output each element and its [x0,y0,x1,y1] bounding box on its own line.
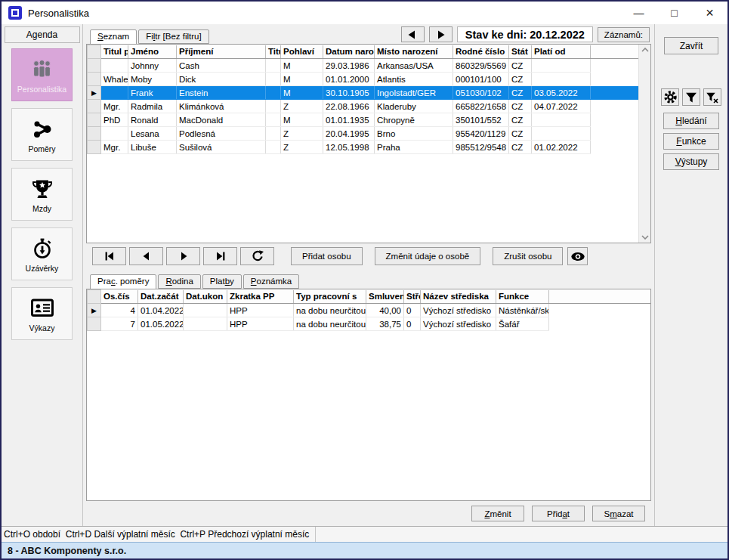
outputs-button[interactable]: Výstupy [663,153,719,170]
grid-cell[interactable] [266,113,281,127]
grid-cell[interactable]: 7 [101,317,138,331]
grid-cell[interactable]: Brno [375,127,453,141]
grid-cell[interactable]: 40,00 [366,304,404,317]
grid-cell[interactable]: CZ [509,86,532,100]
close-agenda-button[interactable]: Zavřít [664,37,718,54]
sidebar-item-uzaverky[interactable]: Uzávěrky [11,227,73,280]
grid-cell[interactable]: M [281,73,323,86]
grid-cell[interactable]: 01.05.2022 [138,317,184,331]
grid-cell[interactable]: Z [281,127,323,141]
grid-cell[interactable]: Dick [177,73,266,86]
change-contract-button[interactable]: Změnit [471,506,524,521]
grid-cell[interactable]: Cash [177,59,266,73]
row-selector[interactable] [88,59,101,73]
column-header[interactable]: Jméno [128,45,177,59]
grid-cell[interactable]: 0 [404,317,421,331]
table-row[interactable]: ▶401.04.2022HPPna dobu neurčitou40,000Vý… [88,304,651,317]
grid-cell[interactable]: 000101/100 [453,73,509,86]
grid-cell[interactable]: Whale [101,73,128,86]
search-button[interactable]: Hledání [663,113,719,129]
grid-cell[interactable] [266,73,281,86]
sidebar-item-vykazy[interactable]: Výkazy [11,287,73,340]
grid-cell[interactable]: Podlesná [177,127,266,141]
column-header[interactable]: Rodné číslo [453,45,509,59]
select-all-corner[interactable] [88,290,101,304]
grid-cell[interactable]: 01.04.2022 [138,304,184,317]
column-header[interactable]: Dat.ukon [184,290,227,304]
sidebar-item-mzdy[interactable]: Mzdy [11,168,73,221]
grid-cell[interactable]: 350101/552 [453,113,509,127]
grid-cell[interactable]: 4 [101,304,138,317]
table-row[interactable]: LesanaPodlesnáZ20.04.1995Brno955420/1129… [88,127,651,141]
tab-prac-pomery[interactable]: Prac. poměry [90,274,156,289]
grid-cell[interactable]: M [281,59,323,73]
column-header[interactable]: Smluven [366,290,404,304]
grid-cell[interactable]: Sušilová [177,141,266,154]
grid-cell[interactable]: 01.01.1935 [323,113,375,127]
grid-cell[interactable]: MacDonald [177,113,266,127]
sidebar-item-pomery[interactable]: Poměry [11,108,73,161]
grid-cell[interactable]: Výchozí středisko [421,317,496,331]
column-header[interactable]: Příjmení [177,45,266,59]
grid-cell[interactable]: Johnny [128,59,177,73]
close-icon[interactable]: × [692,2,727,24]
table-row[interactable]: ▶FrankEnsteinM30.10.1905Ingolstadt/GER05… [88,86,651,100]
table-row[interactable]: 701.05.2022HPPna dobu neurčitou38,750Výc… [88,317,651,331]
row-selector[interactable]: ▶ [88,86,101,100]
grid-cell[interactable]: Moby [128,73,177,86]
grid-cell[interactable]: Atlantis [375,73,453,86]
column-header[interactable]: Místo narození [375,45,453,59]
column-header[interactable]: Zkratka PP [227,290,294,304]
grid-cell[interactable] [266,100,281,113]
grid-cell[interactable] [101,127,128,141]
grid-cell[interactable]: 051030/102 [453,86,509,100]
column-header[interactable]: Pohlaví [281,45,323,59]
grid-cell[interactable]: Enstein [177,86,266,100]
column-header[interactable]: Název střediska [421,290,496,304]
grid-cell[interactable] [266,141,281,154]
grid-cell[interactable]: 01.01.2000 [323,73,375,86]
grid-cell[interactable]: 0 [404,304,421,317]
table-row[interactable]: PhDRonaldMacDonaldM01.01.1935Chropyně350… [88,113,651,127]
grid-cell[interactable]: Klimánková [177,100,266,113]
grid-cell[interactable]: Mgr. [101,141,128,154]
previous-record-button[interactable] [129,247,163,265]
grid-cell[interactable]: 860329/5569 [453,59,509,73]
grid-cell[interactable]: 04.07.2022 [532,100,591,113]
column-header[interactable]: Titu [266,45,281,59]
row-selector[interactable] [88,73,101,86]
column-header[interactable]: Dat.začát [138,290,184,304]
column-header[interactable]: Titul př [101,45,128,59]
grid-cell[interactable]: 38,75 [366,317,404,331]
tab-rodina[interactable]: Rodina [158,274,200,289]
grid-cell[interactable]: HPP [227,317,294,331]
first-record-button[interactable] [92,247,126,265]
minimize-icon[interactable]: — [621,2,656,24]
row-selector[interactable]: ▶ [88,304,101,317]
grid-cell[interactable]: Výchozí středisko [421,304,496,317]
row-selector[interactable] [88,113,101,127]
grid-cell[interactable]: 665822/1658 [453,100,509,113]
add-person-button[interactable]: Přidat osobu [291,247,363,265]
grid-cell[interactable] [184,304,227,317]
filter-button[interactable] [682,88,700,106]
grid-cell[interactable]: 955420/1129 [453,127,509,141]
grid-cell[interactable] [532,127,591,141]
view-person-button[interactable] [567,247,588,265]
delete-person-button[interactable]: Zrušit osobu [493,247,563,265]
clear-filter-button[interactable] [703,88,721,106]
column-header[interactable]: Typ pracovní s [294,290,366,304]
grid-cell[interactable] [266,127,281,141]
edit-person-button[interactable]: Změnit údaje o osobě [375,247,481,265]
grid-cell[interactable]: 985512/9548 [453,141,509,154]
grid-cell[interactable]: Libuše [128,141,177,154]
settings-button[interactable] [661,88,679,106]
row-selector[interactable] [88,127,101,141]
grid-cell[interactable]: CZ [509,141,532,154]
maximize-icon[interactable]: □ [656,2,692,24]
grid-cell[interactable]: 30.10.1905 [323,86,375,100]
tab-poznamka[interactable]: Poznámka [243,274,299,289]
next-date-button[interactable] [429,26,453,42]
grid-cell[interactable]: Lesana [128,127,177,141]
grid-cell[interactable]: na dobu neurčitou [294,304,366,317]
